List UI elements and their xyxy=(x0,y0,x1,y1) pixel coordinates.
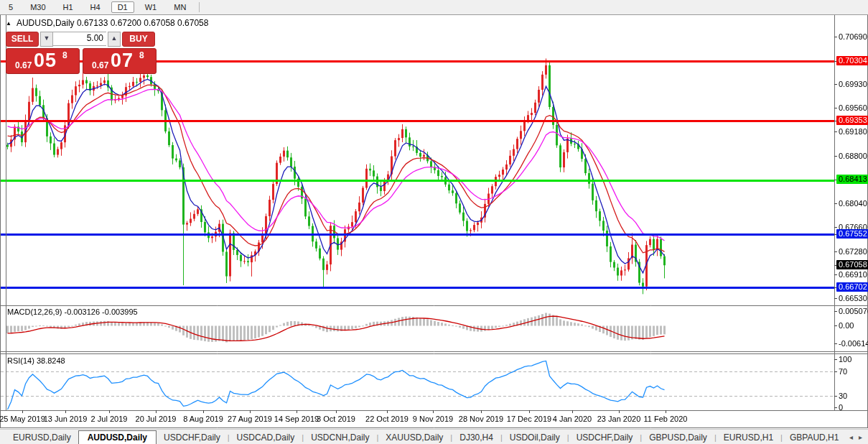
date-label: 28 Nov 2019 xyxy=(459,415,503,423)
date-label: 3 Oct 2019 xyxy=(317,415,355,423)
rsi-axis-tick: 0 xyxy=(839,403,843,412)
date-label: 8 Aug 2019 xyxy=(183,415,223,423)
date-label: 4 Jan 2020 xyxy=(553,415,592,423)
volume-input[interactable]: 5.00 xyxy=(53,32,106,46)
y-axis-tick: 0.68040 xyxy=(839,199,867,208)
toolbar-separator xyxy=(199,2,200,12)
buy-price-display[interactable]: 0.67 07 8 xyxy=(83,48,157,74)
rsi-axis-tick: 70 xyxy=(839,367,847,376)
tab-usdchf-daily[interactable]: USDCHF,Daily xyxy=(157,431,228,444)
date-label: 23 Jan 2020 xyxy=(597,415,641,423)
trading-terminal: { "toolbar": {"timeframes": ["5", "M30",… xyxy=(0,0,868,444)
sell-price-big: 05 xyxy=(34,50,57,72)
y-axis-tick: 0.66530 xyxy=(839,294,867,303)
price-tag: 0.70304 xyxy=(836,56,868,65)
buy-price-sup: 8 xyxy=(139,50,144,60)
timeframe-button-m30[interactable]: M30 xyxy=(24,1,52,13)
macd-axis-tick: 0.00 xyxy=(839,321,854,330)
tab-dj30-h4[interactable]: DJ30,H4 xyxy=(452,431,500,444)
date-label: 2 Jul 2019 xyxy=(91,415,128,423)
date-label: 14 Sep 2019 xyxy=(274,415,319,423)
one-click-trading-panel: SELL ▼ 5.00 ▲ BUY 0.67 05 8 0.67 07 8 xyxy=(6,32,157,74)
volume-decrease-button[interactable]: ▼ xyxy=(40,32,53,47)
macd-axis-tick: -0.006148 xyxy=(839,339,868,348)
tab-eurusd-daily[interactable]: EURUSD,Daily xyxy=(6,431,78,444)
price-tag: 0.66702 xyxy=(836,282,868,292)
date-label: 17 Dec 2019 xyxy=(507,415,551,423)
y-axis-tick: 0.69930 xyxy=(839,80,867,89)
timeframe-button-5[interactable]: 5 xyxy=(2,1,19,13)
one-click-collapse-icon[interactable]: ▲ xyxy=(6,20,11,27)
date-label: 9 Nov 2019 xyxy=(413,415,453,423)
tab-usdchf-daily[interactable]: USDCHF,Daily xyxy=(569,431,640,444)
y-axis-tick: 0.67280 xyxy=(839,247,867,256)
date-label: 13 Jun 2019 xyxy=(44,415,88,423)
y-axis-tick: 0.69560 xyxy=(839,103,867,113)
y-axis-tick: 0.68800 xyxy=(839,152,867,161)
sell-button[interactable]: SELL xyxy=(6,32,39,47)
down-arrow-icon: ▼ xyxy=(44,34,50,42)
timeframe-button-h1[interactable]: H1 xyxy=(57,1,80,13)
y-axis-tick: 0.66910 xyxy=(839,270,867,279)
tab-scroll-right-icon[interactable]: ▸ xyxy=(859,433,862,441)
tab-xauusd-daily[interactable]: XAUUSD,Daily xyxy=(378,431,450,444)
price-tag: 0.69353 xyxy=(836,116,868,125)
rsi-axis-tick: 30 xyxy=(839,392,847,401)
rsi-axis-tick: 100 xyxy=(839,355,851,364)
price-tag: 0.67058 xyxy=(836,260,868,269)
rsi-label: RSI(14) 38.8248 xyxy=(7,356,65,365)
date-label: 22 Oct 2019 xyxy=(365,415,409,423)
buy-button[interactable]: BUY xyxy=(122,32,155,47)
timeframe-button-w1[interactable]: W1 xyxy=(139,1,164,13)
volume-increase-button[interactable]: ▲ xyxy=(108,32,121,47)
timeframe-toolbar: 5M30H1H4D1W1MN xyxy=(0,0,868,15)
date-label: 27 Aug 2019 xyxy=(228,415,272,423)
tab-usdoil-daily[interactable]: USDOil,Daily xyxy=(503,431,567,444)
y-axis-tick: 0.70690 xyxy=(839,32,867,42)
chart-symbol-ohlc: AUDUSD,Daily 0.67133 0.67200 0.67058 0.6… xyxy=(17,18,209,28)
tab-gbpaud-h1[interactable]: GBPAUD,H1 xyxy=(783,431,844,444)
tab-eurusd-h1[interactable]: EURUSD,H1 xyxy=(717,431,780,444)
date-label: 20 Jul 2019 xyxy=(136,415,177,423)
timeframe-button-d1[interactable]: D1 xyxy=(111,1,134,13)
y-axis-tick: 0.69180 xyxy=(839,127,867,137)
date-label: 25 May 2019 xyxy=(0,415,45,423)
price-tag: 0.67552 xyxy=(836,229,868,239)
sell-price-prefix: 0.67 xyxy=(15,60,32,70)
tab-usdcnh-daily[interactable]: USDCNH,Daily xyxy=(304,431,376,444)
buy-price-big: 07 xyxy=(111,50,134,72)
tab-gbpusd-daily[interactable]: GBPUSD,Daily xyxy=(642,431,714,444)
sell-price-sup: 8 xyxy=(62,50,67,60)
chart-tab-bar: EURUSD,DailyAUDUSD,DailyUSDCHF,Daily|USD… xyxy=(0,429,868,444)
chart-title-row: ▲ AUDUSD,Daily 0.67133 0.67200 0.67058 0… xyxy=(6,18,208,28)
sell-price-display[interactable]: 0.67 05 8 xyxy=(6,48,80,74)
tab-scroll-left-icon[interactable]: ◂ xyxy=(849,433,853,441)
timeframe-button-h4[interactable]: H4 xyxy=(84,1,107,13)
date-label: 11 Feb 2020 xyxy=(644,415,688,423)
timeframe-button-mn[interactable]: MN xyxy=(167,1,192,13)
tab-audusd-daily[interactable]: AUDUSD,Daily xyxy=(78,430,157,444)
price-tag: 0.68413 xyxy=(836,175,868,184)
macd-label: MACD(12,26,9) -0.003126 -0.003995 xyxy=(7,307,138,316)
macd-axis-tick: 0.005076 xyxy=(839,307,868,316)
tab-usdcad-daily[interactable]: USDCAD,Daily xyxy=(230,431,302,444)
buy-price-prefix: 0.67 xyxy=(92,60,108,70)
up-arrow-icon: ▲ xyxy=(111,34,118,42)
